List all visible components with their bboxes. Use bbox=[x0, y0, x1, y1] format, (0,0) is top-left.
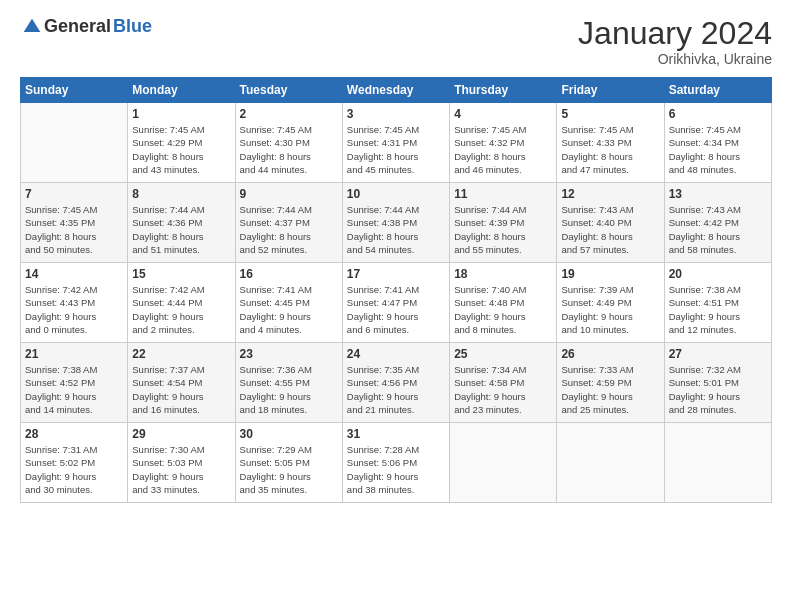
day-number: 27 bbox=[669, 347, 767, 361]
day-number: 28 bbox=[25, 427, 123, 441]
day-info: Sunrise: 7:44 AM Sunset: 4:37 PM Dayligh… bbox=[240, 203, 338, 256]
calendar-cell: 23Sunrise: 7:36 AM Sunset: 4:55 PM Dayli… bbox=[235, 343, 342, 423]
calendar-cell: 30Sunrise: 7:29 AM Sunset: 5:05 PM Dayli… bbox=[235, 423, 342, 503]
day-info: Sunrise: 7:42 AM Sunset: 4:43 PM Dayligh… bbox=[25, 283, 123, 336]
calendar-cell: 17Sunrise: 7:41 AM Sunset: 4:47 PM Dayli… bbox=[342, 263, 449, 343]
header-cell-wednesday: Wednesday bbox=[342, 78, 449, 103]
calendar-week-row: 21Sunrise: 7:38 AM Sunset: 4:52 PM Dayli… bbox=[21, 343, 772, 423]
day-info: Sunrise: 7:45 AM Sunset: 4:30 PM Dayligh… bbox=[240, 123, 338, 176]
calendar-cell: 22Sunrise: 7:37 AM Sunset: 4:54 PM Dayli… bbox=[128, 343, 235, 423]
day-info: Sunrise: 7:32 AM Sunset: 5:01 PM Dayligh… bbox=[669, 363, 767, 416]
calendar-cell: 21Sunrise: 7:38 AM Sunset: 4:52 PM Dayli… bbox=[21, 343, 128, 423]
calendar-cell bbox=[450, 423, 557, 503]
day-info: Sunrise: 7:41 AM Sunset: 4:47 PM Dayligh… bbox=[347, 283, 445, 336]
calendar-cell: 16Sunrise: 7:41 AM Sunset: 4:45 PM Dayli… bbox=[235, 263, 342, 343]
day-info: Sunrise: 7:45 AM Sunset: 4:33 PM Dayligh… bbox=[561, 123, 659, 176]
svg-marker-0 bbox=[24, 18, 41, 31]
day-number: 20 bbox=[669, 267, 767, 281]
day-info: Sunrise: 7:45 AM Sunset: 4:32 PM Dayligh… bbox=[454, 123, 552, 176]
calendar-week-row: 14Sunrise: 7:42 AM Sunset: 4:43 PM Dayli… bbox=[21, 263, 772, 343]
day-info: Sunrise: 7:38 AM Sunset: 4:52 PM Dayligh… bbox=[25, 363, 123, 416]
day-number: 26 bbox=[561, 347, 659, 361]
day-number: 3 bbox=[347, 107, 445, 121]
day-number: 13 bbox=[669, 187, 767, 201]
day-number: 2 bbox=[240, 107, 338, 121]
calendar-cell: 13Sunrise: 7:43 AM Sunset: 4:42 PM Dayli… bbox=[664, 183, 771, 263]
day-number: 9 bbox=[240, 187, 338, 201]
calendar-cell: 7Sunrise: 7:45 AM Sunset: 4:35 PM Daylig… bbox=[21, 183, 128, 263]
calendar-cell: 4Sunrise: 7:45 AM Sunset: 4:32 PM Daylig… bbox=[450, 103, 557, 183]
logo: General Blue bbox=[20, 16, 152, 37]
day-info: Sunrise: 7:45 AM Sunset: 4:34 PM Dayligh… bbox=[669, 123, 767, 176]
day-info: Sunrise: 7:44 AM Sunset: 4:39 PM Dayligh… bbox=[454, 203, 552, 256]
day-number: 4 bbox=[454, 107, 552, 121]
day-number: 29 bbox=[132, 427, 230, 441]
calendar-week-row: 28Sunrise: 7:31 AM Sunset: 5:02 PM Dayli… bbox=[21, 423, 772, 503]
day-number: 23 bbox=[240, 347, 338, 361]
header-cell-friday: Friday bbox=[557, 78, 664, 103]
day-info: Sunrise: 7:38 AM Sunset: 4:51 PM Dayligh… bbox=[669, 283, 767, 336]
day-info: Sunrise: 7:31 AM Sunset: 5:02 PM Dayligh… bbox=[25, 443, 123, 496]
calendar-week-row: 1Sunrise: 7:45 AM Sunset: 4:29 PM Daylig… bbox=[21, 103, 772, 183]
day-number: 14 bbox=[25, 267, 123, 281]
logo-blue-text: Blue bbox=[113, 16, 152, 37]
day-info: Sunrise: 7:44 AM Sunset: 4:38 PM Dayligh… bbox=[347, 203, 445, 256]
calendar-cell: 18Sunrise: 7:40 AM Sunset: 4:48 PM Dayli… bbox=[450, 263, 557, 343]
day-info: Sunrise: 7:28 AM Sunset: 5:06 PM Dayligh… bbox=[347, 443, 445, 496]
day-info: Sunrise: 7:45 AM Sunset: 4:31 PM Dayligh… bbox=[347, 123, 445, 176]
day-number: 22 bbox=[132, 347, 230, 361]
calendar-cell: 5Sunrise: 7:45 AM Sunset: 4:33 PM Daylig… bbox=[557, 103, 664, 183]
day-info: Sunrise: 7:44 AM Sunset: 4:36 PM Dayligh… bbox=[132, 203, 230, 256]
calendar-cell: 27Sunrise: 7:32 AM Sunset: 5:01 PM Dayli… bbox=[664, 343, 771, 423]
calendar-cell: 12Sunrise: 7:43 AM Sunset: 4:40 PM Dayli… bbox=[557, 183, 664, 263]
day-info: Sunrise: 7:29 AM Sunset: 5:05 PM Dayligh… bbox=[240, 443, 338, 496]
header-cell-tuesday: Tuesday bbox=[235, 78, 342, 103]
calendar-cell: 26Sunrise: 7:33 AM Sunset: 4:59 PM Dayli… bbox=[557, 343, 664, 423]
day-info: Sunrise: 7:37 AM Sunset: 4:54 PM Dayligh… bbox=[132, 363, 230, 416]
day-info: Sunrise: 7:33 AM Sunset: 4:59 PM Dayligh… bbox=[561, 363, 659, 416]
day-number: 6 bbox=[669, 107, 767, 121]
day-number: 17 bbox=[347, 267, 445, 281]
day-info: Sunrise: 7:39 AM Sunset: 4:49 PM Dayligh… bbox=[561, 283, 659, 336]
calendar-cell bbox=[664, 423, 771, 503]
calendar-cell: 15Sunrise: 7:42 AM Sunset: 4:44 PM Dayli… bbox=[128, 263, 235, 343]
logo-general-text: General bbox=[44, 16, 111, 37]
day-info: Sunrise: 7:42 AM Sunset: 4:44 PM Dayligh… bbox=[132, 283, 230, 336]
day-number: 16 bbox=[240, 267, 338, 281]
calendar-cell: 24Sunrise: 7:35 AM Sunset: 4:56 PM Dayli… bbox=[342, 343, 449, 423]
day-number: 7 bbox=[25, 187, 123, 201]
day-info: Sunrise: 7:36 AM Sunset: 4:55 PM Dayligh… bbox=[240, 363, 338, 416]
day-number: 8 bbox=[132, 187, 230, 201]
header-cell-saturday: Saturday bbox=[664, 78, 771, 103]
day-number: 31 bbox=[347, 427, 445, 441]
day-number: 15 bbox=[132, 267, 230, 281]
header-row: SundayMondayTuesdayWednesdayThursdayFrid… bbox=[21, 78, 772, 103]
day-number: 24 bbox=[347, 347, 445, 361]
day-number: 21 bbox=[25, 347, 123, 361]
calendar-cell: 25Sunrise: 7:34 AM Sunset: 4:58 PM Dayli… bbox=[450, 343, 557, 423]
calendar-cell: 6Sunrise: 7:45 AM Sunset: 4:34 PM Daylig… bbox=[664, 103, 771, 183]
day-info: Sunrise: 7:43 AM Sunset: 4:40 PM Dayligh… bbox=[561, 203, 659, 256]
calendar-cell: 19Sunrise: 7:39 AM Sunset: 4:49 PM Dayli… bbox=[557, 263, 664, 343]
day-number: 30 bbox=[240, 427, 338, 441]
day-info: Sunrise: 7:40 AM Sunset: 4:48 PM Dayligh… bbox=[454, 283, 552, 336]
calendar-cell: 9Sunrise: 7:44 AM Sunset: 4:37 PM Daylig… bbox=[235, 183, 342, 263]
calendar-cell: 3Sunrise: 7:45 AM Sunset: 4:31 PM Daylig… bbox=[342, 103, 449, 183]
calendar-cell: 1Sunrise: 7:45 AM Sunset: 4:29 PM Daylig… bbox=[128, 103, 235, 183]
calendar-cell: 28Sunrise: 7:31 AM Sunset: 5:02 PM Dayli… bbox=[21, 423, 128, 503]
logo-icon bbox=[22, 17, 42, 37]
calendar-cell: 20Sunrise: 7:38 AM Sunset: 4:51 PM Dayli… bbox=[664, 263, 771, 343]
calendar-cell bbox=[557, 423, 664, 503]
day-number: 11 bbox=[454, 187, 552, 201]
page-container: General Blue January 2024 Orikhivka, Ukr… bbox=[0, 0, 792, 513]
day-number: 19 bbox=[561, 267, 659, 281]
day-info: Sunrise: 7:34 AM Sunset: 4:58 PM Dayligh… bbox=[454, 363, 552, 416]
calendar-header: SundayMondayTuesdayWednesdayThursdayFrid… bbox=[21, 78, 772, 103]
day-number: 1 bbox=[132, 107, 230, 121]
day-info: Sunrise: 7:43 AM Sunset: 4:42 PM Dayligh… bbox=[669, 203, 767, 256]
calendar-cell: 11Sunrise: 7:44 AM Sunset: 4:39 PM Dayli… bbox=[450, 183, 557, 263]
calendar-cell: 31Sunrise: 7:28 AM Sunset: 5:06 PM Dayli… bbox=[342, 423, 449, 503]
day-number: 25 bbox=[454, 347, 552, 361]
calendar-table: SundayMondayTuesdayWednesdayThursdayFrid… bbox=[20, 77, 772, 503]
calendar-cell: 8Sunrise: 7:44 AM Sunset: 4:36 PM Daylig… bbox=[128, 183, 235, 263]
